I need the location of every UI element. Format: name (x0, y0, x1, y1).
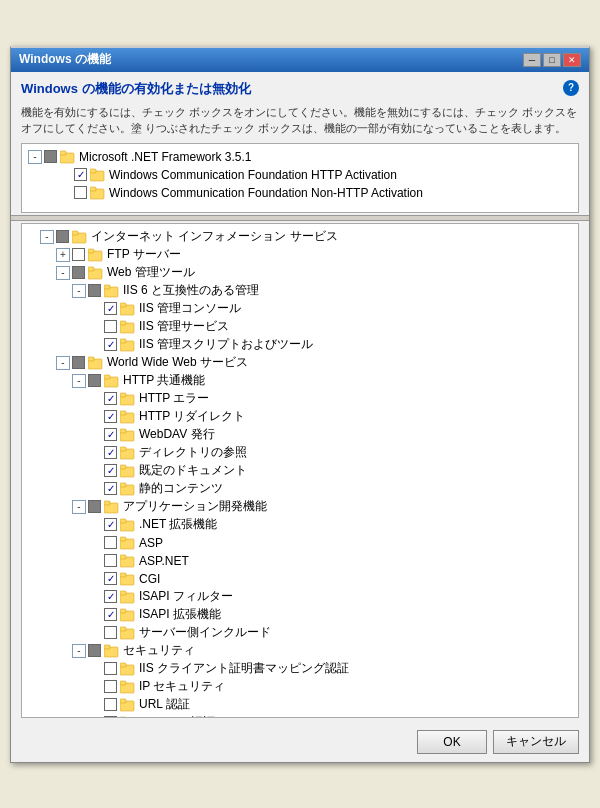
expander-spacer-default-doc (88, 464, 102, 478)
tree-item-www-services[interactable]: - World Wide Web サービス (24, 354, 576, 372)
expander-app-dev[interactable]: - (72, 500, 86, 514)
dotnet-expander[interactable]: - (28, 150, 42, 164)
checkbox-iis6-compat[interactable] (88, 284, 101, 297)
tree-item-iis6-compat[interactable]: - IIS 6 と互換性のある管理 (24, 282, 576, 300)
tree-item-url-auth[interactable]: URL 認証 (24, 696, 576, 714)
tree-panel[interactable]: - インターネット インフォメーション サービス+ FTP サーバー- Web … (21, 223, 579, 718)
svg-rect-61 (120, 717, 126, 718)
checkbox-net-ext[interactable] (104, 518, 117, 531)
checkbox-url-auth[interactable] (104, 698, 117, 711)
tree-item-isapi-ext[interactable]: ISAPI 拡張機能 (24, 606, 576, 624)
svg-rect-45 (120, 573, 126, 577)
checkbox-default-doc[interactable] (104, 464, 117, 477)
checkbox-iis-mgmt-service[interactable] (104, 320, 117, 333)
tree-item-dir-browse[interactable]: ディレクトリの参照 (24, 444, 576, 462)
checkbox-windows-auth[interactable] (104, 716, 117, 718)
label-net-ext: .NET 拡張機能 (139, 516, 217, 533)
expander-internet-info[interactable]: - (40, 230, 54, 244)
ok-button[interactable]: OK (417, 730, 487, 754)
checkbox-cgi[interactable] (104, 572, 117, 585)
folder-icon-net-ext (120, 518, 136, 532)
folder-icon-iis-mgmt-service (120, 320, 136, 334)
svg-rect-15 (120, 303, 126, 307)
expander-spacer-webdav (88, 428, 102, 442)
help-icon[interactable]: ? (563, 80, 579, 96)
checkbox-static-content[interactable] (104, 482, 117, 495)
checkbox-server-include[interactable] (104, 626, 117, 639)
dotnet-framework-item[interactable]: - Microsoft .NET Framework 3.5.1 (26, 148, 574, 166)
checkbox-http-common[interactable] (88, 374, 101, 387)
expander-www-services[interactable]: - (56, 356, 70, 370)
tree-item-iis-mgmt-scripts[interactable]: IIS 管理スクリプトおよびツール (24, 336, 576, 354)
checkbox-web-mgmt[interactable] (72, 266, 85, 279)
minimize-button[interactable]: ─ (523, 53, 541, 67)
tree-item-http-errors[interactable]: HTTP エラー (24, 390, 576, 408)
expander-spacer-http-errors (88, 392, 102, 406)
tree-item-ftp[interactable]: + FTP サーバー (24, 246, 576, 264)
tree-item-default-doc[interactable]: 既定のドキュメント (24, 462, 576, 480)
tree-item-iis-mgmt-service[interactable]: IIS 管理サービス (24, 318, 576, 336)
folder-icon-asp (120, 536, 136, 550)
checkbox-http-redirect[interactable] (104, 410, 117, 423)
tree-item-http-redirect[interactable]: HTTP リダイレクト (24, 408, 576, 426)
tree-item-iis-mgmt-console[interactable]: IIS 管理コンソール (24, 300, 576, 318)
checkbox-www-services[interactable] (72, 356, 85, 369)
checkbox-http-errors[interactable] (104, 392, 117, 405)
expander-ftp[interactable]: + (56, 248, 70, 262)
label-webdav: WebDAV 発行 (139, 426, 215, 443)
tree-item-internet-info[interactable]: - インターネット インフォメーション サービス (24, 228, 576, 246)
checkbox-iis-mgmt-console[interactable] (104, 302, 117, 315)
expander-web-mgmt[interactable]: - (56, 266, 70, 280)
checkbox-security[interactable] (88, 644, 101, 657)
wcf-nonhttp-label: Windows Communication Foundation Non-HTT… (109, 186, 423, 200)
close-button[interactable]: ✕ (563, 53, 581, 67)
checkbox-app-dev[interactable] (88, 500, 101, 513)
label-app-dev: アプリケーション開発機能 (123, 498, 267, 515)
tree-item-asp[interactable]: ASP (24, 534, 576, 552)
tree-item-isapi-filter[interactable]: ISAPI フィルター (24, 588, 576, 606)
tree-item-aspnet[interactable]: ASP.NET (24, 552, 576, 570)
checkbox-asp[interactable] (104, 536, 117, 549)
svg-rect-51 (120, 627, 126, 631)
expander-http-common[interactable]: - (72, 374, 86, 388)
expander-spacer-windows-auth (88, 716, 102, 718)
dotnet-checkbox[interactable] (44, 150, 57, 163)
expander-spacer-iis-mgmt-service (88, 320, 102, 334)
tree-item-server-include[interactable]: サーバー側インクルード (24, 624, 576, 642)
tree-item-ip-security[interactable]: IP セキュリティ (24, 678, 576, 696)
wcf-nonhttp-checkbox[interactable] (74, 186, 87, 199)
dotnet-label: Microsoft .NET Framework 3.5.1 (79, 150, 252, 164)
cancel-button[interactable]: キャンセル (493, 730, 579, 754)
tree-item-windows-auth[interactable]: Windows 認証 (24, 714, 576, 718)
checkbox-iis-mgmt-scripts[interactable] (104, 338, 117, 351)
tree-item-app-dev[interactable]: - アプリケーション開発機能 (24, 498, 576, 516)
label-http-redirect: HTTP リダイレクト (139, 408, 245, 425)
svg-rect-55 (120, 663, 126, 667)
checkbox-isapi-filter[interactable] (104, 590, 117, 603)
tree-item-http-common[interactable]: - HTTP 共通機能 (24, 372, 576, 390)
wcf-nonhttp-item[interactable]: Windows Communication Foundation Non-HTT… (26, 184, 574, 202)
checkbox-ftp[interactable] (72, 248, 85, 261)
expander-iis6-compat[interactable]: - (72, 284, 86, 298)
checkbox-ip-security[interactable] (104, 680, 117, 693)
restore-button[interactable]: □ (543, 53, 561, 67)
folder-icon-http-errors (120, 392, 136, 406)
checkbox-internet-info[interactable] (56, 230, 69, 243)
checkbox-isapi-ext[interactable] (104, 608, 117, 621)
expander-security[interactable]: - (72, 644, 86, 658)
wcf-http-checkbox[interactable] (74, 168, 87, 181)
tree-item-iis-client-cert[interactable]: IIS クライアント証明書マッピング認証 (24, 660, 576, 678)
tree-item-cgi[interactable]: CGI (24, 570, 576, 588)
wcf-http-item[interactable]: Windows Communication Foundation HTTP Ac… (26, 166, 574, 184)
tree-item-webdav[interactable]: WebDAV 発行 (24, 426, 576, 444)
tree-item-net-ext[interactable]: .NET 拡張機能 (24, 516, 576, 534)
tree-item-web-mgmt[interactable]: - Web 管理ツール (24, 264, 576, 282)
checkbox-webdav[interactable] (104, 428, 117, 441)
checkbox-aspnet[interactable] (104, 554, 117, 567)
wcf-nonhttp-folder-icon (90, 186, 106, 200)
tree-item-static-content[interactable]: 静的コンテンツ (24, 480, 576, 498)
folder-icon-default-doc (120, 464, 136, 478)
checkbox-iis-client-cert[interactable] (104, 662, 117, 675)
tree-item-security[interactable]: - セキュリティ (24, 642, 576, 660)
checkbox-dir-browse[interactable] (104, 446, 117, 459)
